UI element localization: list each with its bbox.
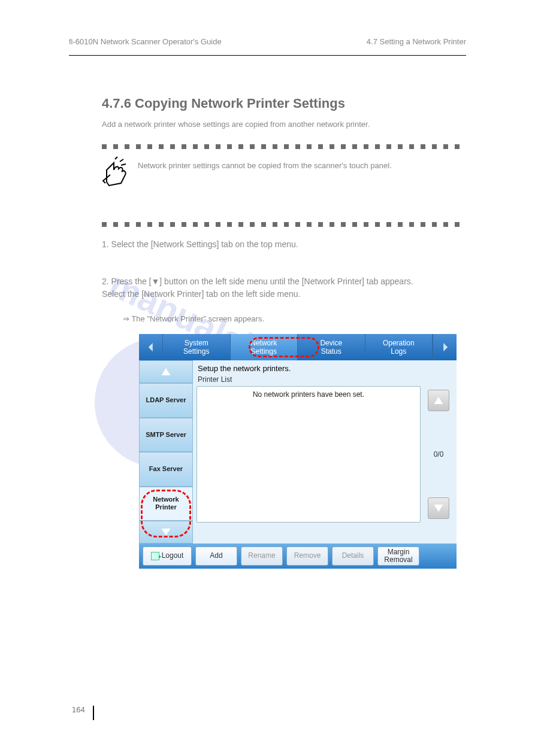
step-2-pre: 2. Press the [: [102, 277, 151, 286]
hint-hand-icon: [102, 156, 128, 187]
left-sidebar: LDAP Server SMTP Server Fax Server Netwo…: [139, 360, 193, 544]
tab-network-settings[interactable]: Network Settings: [231, 334, 298, 360]
section-subtitle: Add a network printer whose settings are…: [102, 120, 370, 129]
top-nav-prev[interactable]: [139, 334, 163, 360]
network-printer-screen: System Settings Network Settings Device …: [139, 334, 457, 569]
sidebar-item-fax-server[interactable]: Fax Server: [139, 452, 193, 487]
sidebar-down-button[interactable]: [139, 521, 193, 544]
remove-button[interactable]: Remove: [286, 546, 328, 566]
add-button[interactable]: Add: [195, 546, 237, 566]
top-menu: System Settings Network Settings Device …: [139, 334, 457, 360]
margin-removal-button[interactable]: Margin Removal: [377, 546, 419, 566]
page-number: 164: [72, 705, 85, 714]
list-scroll-column: 0/0: [424, 386, 453, 523]
running-head-left: fi-6010N Network Scanner Operator's Guid…: [69, 37, 222, 46]
tab-device-status[interactable]: Device Status: [298, 334, 365, 360]
panel-title: Setup the network printers.: [197, 363, 453, 375]
hint-text: Network printer settings cannot be copie…: [138, 160, 457, 171]
details-button[interactable]: Details: [332, 546, 374, 566]
sidebar-item-network-printer[interactable]: Network Printer: [139, 487, 193, 521]
printer-list-label: Printer List: [197, 375, 453, 386]
list-scroll-down[interactable]: [428, 497, 449, 519]
logout-button[interactable]: Logout: [143, 546, 192, 566]
step-2: 2. Press the [▼] button on the left side…: [102, 275, 457, 300]
page-number-bar: [93, 706, 94, 720]
divider-dotted-bottom: [102, 218, 466, 224]
tab-system-settings[interactable]: System Settings: [163, 334, 231, 360]
rename-button[interactable]: Rename: [241, 546, 283, 566]
divider-dotted-top: [102, 141, 466, 147]
sidebar-up-button[interactable]: [139, 360, 193, 383]
tab-operation-logs[interactable]: Operation Logs: [365, 334, 433, 360]
bottom-toolbar: Logout Add Rename Remove Details Margin …: [139, 544, 457, 569]
step-2-result: ⇒ The "Network Printer" screen appears.: [123, 314, 264, 323]
printer-list-box[interactable]: No network printers have been set.: [197, 386, 421, 523]
step-2b: Select the [Network Printer] tab on the …: [102, 289, 301, 299]
top-nav-next[interactable]: [433, 334, 457, 360]
sidebar-item-smtp-server[interactable]: SMTP Server: [139, 418, 193, 453]
step-2-mid: ] button on the left side menu until the…: [159, 277, 413, 286]
main-panel: Setup the network printers. Printer List…: [193, 360, 457, 544]
running-head-right: 4.7 Setting a Network Printer: [367, 37, 466, 46]
logout-label: Logout: [162, 552, 184, 560]
logout-icon: [151, 552, 159, 560]
down-arrow-icon: ▼: [151, 277, 159, 286]
header-rule: [69, 55, 466, 56]
list-page-counter: 0/0: [434, 450, 444, 459]
sidebar-item-ldap-server[interactable]: LDAP Server: [139, 383, 193, 418]
list-scroll-up[interactable]: [428, 390, 449, 411]
section-heading: 4.7.6 Copying Network Printer Settings: [102, 96, 345, 111]
step-1: 1. Select the [Network Settings] tab on …: [102, 239, 298, 249]
